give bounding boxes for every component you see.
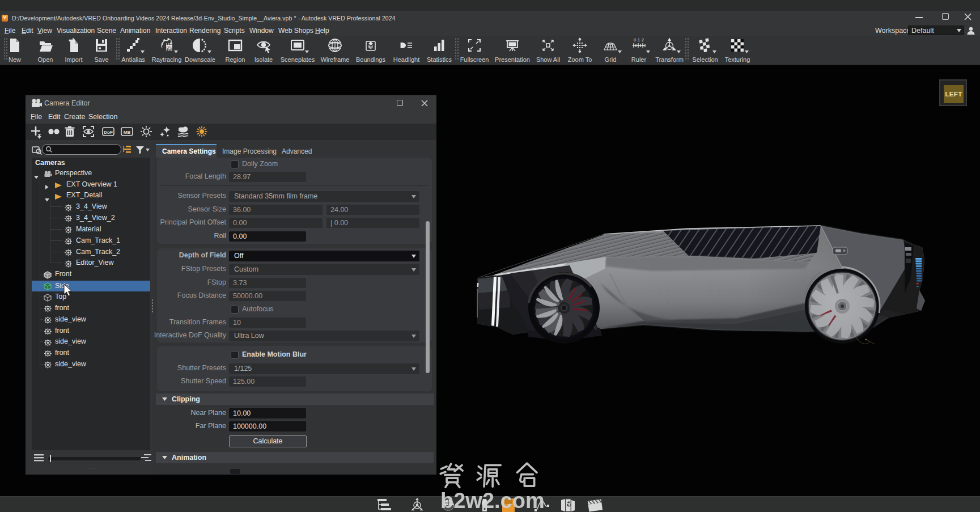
svg-text:DoF: DoF [104, 130, 113, 135]
svg-text:CPU: CPU [166, 46, 172, 49]
svg-text:MB: MB [124, 130, 131, 135]
svg-text:0: 0 [634, 38, 636, 42]
svg-text:1: 1 [638, 38, 640, 42]
